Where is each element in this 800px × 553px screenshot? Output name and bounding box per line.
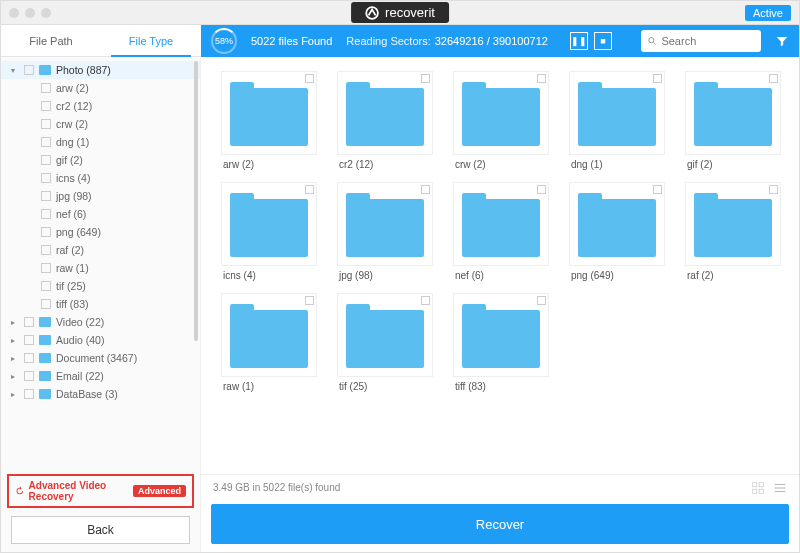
tree-item[interactable]: cr2 (12) — [1, 97, 200, 115]
folder-card[interactable]: arw (2) — [221, 71, 317, 170]
file-tree[interactable]: ▾ Photo (887) arw (2)cr2 (12)crw (2)dng … — [1, 57, 200, 472]
tree-item[interactable]: crw (2) — [1, 115, 200, 133]
close-icon[interactable] — [9, 8, 19, 18]
checkbox[interactable] — [41, 83, 51, 93]
chevron-down-icon[interactable]: ▾ — [11, 66, 19, 75]
back-button[interactable]: Back — [11, 516, 190, 544]
folder-thumb[interactable] — [221, 182, 317, 266]
status-bar: 3.49 GB in 5022 file(s) found — [201, 474, 799, 500]
tree-item[interactable]: arw (2) — [1, 79, 200, 97]
checkbox[interactable] — [24, 353, 34, 363]
search-box[interactable] — [641, 30, 761, 52]
chevron-right-icon[interactable]: ▸ — [11, 390, 19, 399]
chevron-right-icon[interactable]: ▸ — [11, 372, 19, 381]
folder-thumb[interactable] — [453, 182, 549, 266]
folder-icon — [574, 187, 660, 261]
chevron-right-icon[interactable]: ▸ — [11, 354, 19, 363]
folder-icon — [458, 187, 544, 261]
checkbox[interactable] — [41, 173, 51, 183]
folder-card[interactable]: jpg (98) — [337, 182, 433, 281]
tree-item[interactable]: gif (2) — [1, 151, 200, 169]
folder-card[interactable]: raw (1) — [221, 293, 317, 392]
checkbox[interactable] — [41, 101, 51, 111]
tree-category[interactable]: ▸DataBase (3) — [1, 385, 200, 403]
folder-thumb[interactable] — [569, 71, 665, 155]
folder-thumb[interactable] — [221, 293, 317, 377]
tree-category[interactable]: ▸Email (22) — [1, 367, 200, 385]
minimize-icon[interactable] — [25, 8, 35, 18]
folder-thumb[interactable] — [453, 71, 549, 155]
tree-item[interactable]: jpg (98) — [1, 187, 200, 205]
folder-icon — [226, 298, 312, 372]
tree-category[interactable]: ▸Audio (40) — [1, 331, 200, 349]
tree-category-photo[interactable]: ▾ Photo (887) — [1, 61, 200, 79]
tree-category[interactable]: ▸Video (22) — [1, 313, 200, 331]
stop-button[interactable]: ■ — [594, 32, 612, 50]
checkbox[interactable] — [41, 119, 51, 129]
tree-item[interactable]: icns (4) — [1, 169, 200, 187]
tree-item[interactable]: dng (1) — [1, 133, 200, 151]
checkbox[interactable] — [24, 317, 34, 327]
folder-thumb[interactable] — [337, 182, 433, 266]
checkbox[interactable] — [41, 281, 51, 291]
scrollbar[interactable] — [194, 61, 198, 341]
search-input[interactable] — [661, 35, 755, 47]
checkbox[interactable] — [24, 371, 34, 381]
tree-item[interactable]: png (649) — [1, 223, 200, 241]
advanced-video-recovery[interactable]: Advanced Video Recovery Advanced — [7, 474, 194, 508]
folder-thumb[interactable] — [337, 293, 433, 377]
tree-item[interactable]: raf (2) — [1, 241, 200, 259]
tree-label: raf (2) — [56, 244, 84, 256]
folder-thumb[interactable] — [221, 71, 317, 155]
checkbox[interactable] — [24, 65, 34, 75]
folder-icon — [690, 76, 776, 150]
folder-card[interactable]: crw (2) — [453, 71, 549, 170]
tab-file-type[interactable]: File Type — [101, 25, 201, 56]
folder-card[interactable]: cr2 (12) — [337, 71, 433, 170]
status-text: 3.49 GB in 5022 file(s) found — [213, 482, 340, 493]
folder-thumb[interactable] — [569, 182, 665, 266]
folder-card[interactable]: dng (1) — [569, 71, 665, 170]
folder-card[interactable]: nef (6) — [453, 182, 549, 281]
folder-card[interactable]: tiff (83) — [453, 293, 549, 392]
window-controls[interactable] — [9, 8, 51, 18]
checkbox[interactable] — [41, 245, 51, 255]
tree-item[interactable]: raw (1) — [1, 259, 200, 277]
checkbox[interactable] — [41, 191, 51, 201]
checkbox[interactable] — [41, 137, 51, 147]
tab-file-path[interactable]: File Path — [1, 25, 101, 56]
pause-button[interactable]: ❚❚ — [570, 32, 588, 50]
tree-label: icns (4) — [56, 172, 90, 184]
reading-sectors-value: 32649216 / 390100712 — [435, 35, 548, 47]
folder-card[interactable]: icns (4) — [221, 182, 317, 281]
maximize-icon[interactable] — [41, 8, 51, 18]
tree-item[interactable]: tif (25) — [1, 277, 200, 295]
folder-thumb[interactable] — [685, 71, 781, 155]
checkbox[interactable] — [24, 335, 34, 345]
checkbox[interactable] — [41, 155, 51, 165]
checkbox[interactable] — [41, 209, 51, 219]
folder-thumb[interactable] — [685, 182, 781, 266]
folder-card[interactable]: tif (25) — [337, 293, 433, 392]
checkbox[interactable] — [41, 227, 51, 237]
scan-bar: 58% 5022 files Found Reading Sectors: 32… — [201, 25, 799, 57]
chevron-right-icon[interactable]: ▸ — [11, 336, 19, 345]
folder-card[interactable]: png (649) — [569, 182, 665, 281]
folder-thumb[interactable] — [453, 293, 549, 377]
tree-item[interactable]: tiff (83) — [1, 295, 200, 313]
tree-category[interactable]: ▸Document (3467) — [1, 349, 200, 367]
grid-view-icon[interactable] — [751, 481, 765, 495]
checkbox[interactable] — [41, 299, 51, 309]
folder-thumb[interactable] — [337, 71, 433, 155]
folder-card[interactable]: raf (2) — [685, 182, 781, 281]
svg-rect-6 — [759, 489, 763, 493]
checkbox[interactable] — [41, 263, 51, 273]
folder-card[interactable]: gif (2) — [685, 71, 781, 170]
filter-icon[interactable] — [775, 34, 789, 48]
chevron-right-icon[interactable]: ▸ — [11, 318, 19, 327]
tree-item[interactable]: nef (6) — [1, 205, 200, 223]
checkbox[interactable] — [24, 389, 34, 399]
list-view-icon[interactable] — [773, 481, 787, 495]
recover-button[interactable]: Recover — [211, 504, 789, 544]
active-button[interactable]: Active — [745, 5, 791, 21]
